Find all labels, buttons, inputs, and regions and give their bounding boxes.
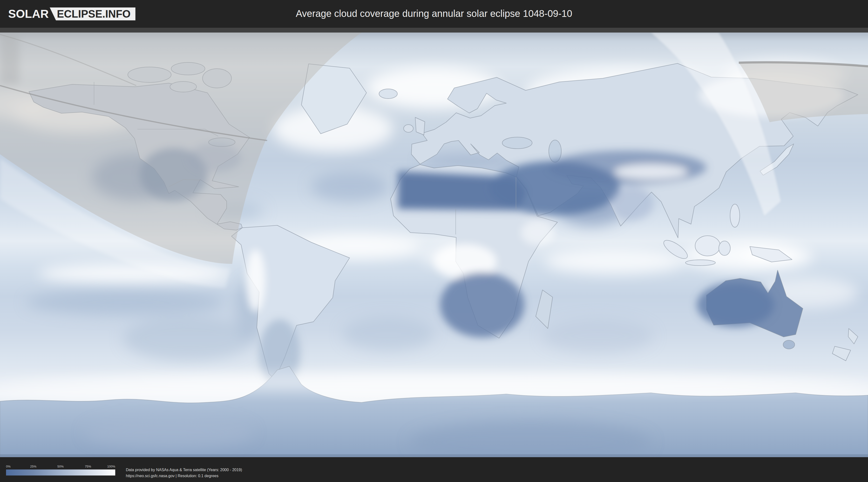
footer-bar: 0% 25% 50% 75% 100% Data provided by NAS… [0,457,868,482]
legend-label-25: 25% [30,464,36,468]
philippines [730,204,740,227]
solar-eclipse-info-page: { "header": { "logo_left": "SOLAR", "log… [0,0,868,482]
tasmania [783,340,795,349]
legend-label-50: 50% [57,464,64,468]
site-logo[interactable]: SOLAR ECLIPSE.INFO [8,0,135,28]
data-attribution: Data provided by NASAs Aqua & Terra sate… [126,467,242,479]
logo-text-solar: SOLAR [8,7,49,21]
header-divider [0,28,868,33]
cloud-coverage-map [0,33,868,457]
legend-label-0: 0% [6,464,10,468]
sulawesi [719,241,730,255]
ireland [404,125,413,132]
iceland [379,89,397,99]
borneo [695,236,720,256]
attribution-line-1: Data provided by NASAs Aqua & Terra sate… [126,467,242,473]
java [685,260,715,265]
header-bar: SOLAR ECLIPSE.INFO Average cloud coverag… [0,0,868,28]
page-title: Average cloud coverage during annular so… [296,8,572,19]
antarctica [0,366,868,457]
legend-gradient-bar [6,470,115,476]
cloud-coverage-legend: 0% 25% 50% 75% 100% [0,457,125,482]
legend-label-100: 100% [107,464,115,468]
black-sea [502,137,532,149]
world-map-canvas [0,33,868,457]
legend-label-75: 75% [85,464,91,468]
attribution-line-2: https://neo.sci.gsfc.nasa.gov | Resoluti… [126,473,242,479]
logo-text-eclipse-info: ECLIPSE.INFO [50,7,135,21]
